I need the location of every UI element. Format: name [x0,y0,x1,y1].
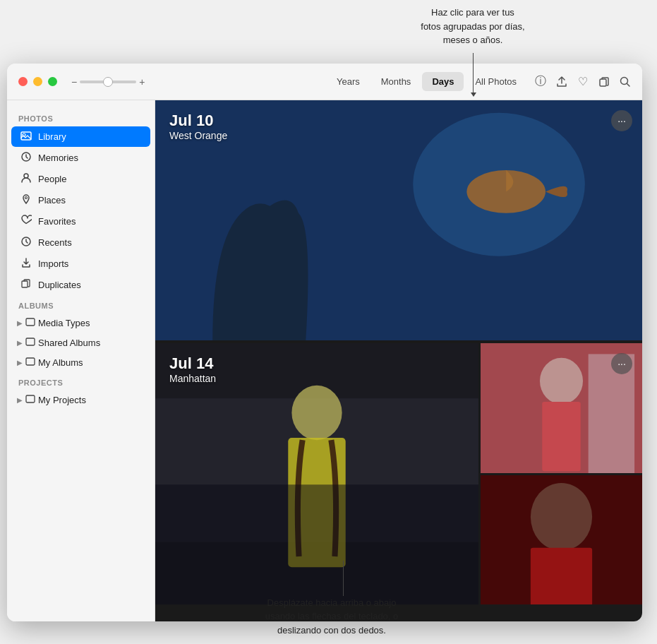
search-icon[interactable] [618,75,632,89]
imports-label: Imports [38,258,68,269]
my-projects-label: My Projects [38,395,86,405]
share-icon[interactable] [555,75,569,89]
callout-bottom-line [343,561,344,596]
maximize-button[interactable] [48,77,57,86]
zoom-slider[interactable] [80,80,136,83]
main-window: − + Years Months Days All Photos ⓘ ♡ [7,64,642,621]
minimize-button[interactable] [33,77,42,86]
photo-1[interactable] [155,100,642,340]
memories-icon [20,151,32,165]
svg-rect-30 [481,475,642,605]
callout-bottom-text: Desplázate hacia arriba o abajo usando l… [265,597,399,636]
svg-rect-10 [26,338,35,345]
zoom-area: − + [71,76,145,88]
sidebar-item-library[interactable]: Library [11,126,150,147]
chevron-shared-albums: ▶ [17,339,23,347]
sidebar-item-my-albums[interactable]: ▶ My Albums [11,353,150,372]
favorites-icon [20,215,32,228]
photo-stack-2 [481,343,642,604]
media-types-icon [25,317,35,329]
callout-line [473,53,474,95]
library-label: Library [38,131,66,142]
zoom-plus[interactable]: + [139,76,145,88]
shared-albums-label: Shared Albums [38,338,100,348]
library-icon [20,130,32,143]
close-button[interactable] [18,77,28,86]
tab-days[interactable]: Days [422,72,464,91]
sidebar-item-my-projects[interactable]: ▶ My Projects [11,390,150,410]
tab-years[interactable]: Years [327,72,370,91]
day-date-2: Jul 14 [169,354,216,373]
toolbar-icons: ⓘ ♡ [534,75,642,89]
my-projects-icon [25,394,35,406]
sidebar-section-photos: Photos [7,109,155,126]
my-albums-icon [25,357,35,369]
sidebar-item-memories[interactable]: Memories [11,148,150,168]
photo-grid-mixed-2 [155,343,642,604]
sidebar-item-imports[interactable]: Imports [11,254,150,274]
sidebar-item-people[interactable]: People [11,169,150,189]
memories-label: Memories [38,153,78,163]
sidebar-item-recents[interactable]: Recents [11,232,150,253]
zoom-minus[interactable]: − [71,76,77,88]
info-icon[interactable]: ⓘ [534,75,548,89]
tab-months[interactable]: Months [371,72,421,91]
media-types-label: Media Types [38,318,90,328]
svg-point-6 [25,197,28,199]
photo-small-2b[interactable] [481,475,642,605]
chevron-my-projects: ▶ [17,396,23,404]
sidebar-item-shared-albums[interactable]: ▶ Shared Albums [11,333,150,352]
heart-icon[interactable]: ♡ [576,75,590,89]
sidebar-item-favorites[interactable]: Favorites [11,211,150,232]
svg-rect-9 [26,318,35,326]
traffic-lights [7,77,57,86]
recents-icon [20,236,32,249]
svg-rect-16 [155,100,642,340]
photo-grid-single-1[interactable] [155,100,642,340]
tabs-container: Years Months Days All Photos [327,72,526,91]
callout-arrow [471,93,476,97]
my-albums-label: My Albums [38,357,83,368]
day-date-1: Jul 10 [169,112,227,130]
svg-point-5 [24,174,28,178]
day-header-2: Jul 14 Manhattan [169,354,216,384]
day-header-1: Jul 10 West Orange [169,112,227,141]
sidebar-item-duplicates[interactable]: Duplicates [11,275,150,295]
day-group-1: Jul 10 West Orange ··· [155,100,642,340]
sidebar: Photos Library M [7,100,155,621]
recents-label: Recents [38,237,72,248]
sidebar-item-media-types[interactable]: ▶ Media Types [11,314,150,333]
sidebar-section-albums: Albums [7,296,155,313]
chevron-my-albums: ▶ [17,359,23,366]
places-label: Places [38,195,66,205]
favorites-label: Favorites [38,216,76,227]
duplicates-label: Duplicates [38,280,81,290]
callout-bottom: Desplázate hacia arriba o abajo usando l… [219,596,445,638]
day-location-2: Manhattan [169,373,216,384]
tab-all-photos[interactable]: All Photos [465,72,526,91]
people-icon [20,172,32,186]
imports-icon [20,257,32,270]
sidebar-section-projects: Projects [7,373,155,390]
chevron-media-types: ▶ [17,319,23,327]
svg-rect-21 [155,484,478,604]
duplicate-icon[interactable] [597,75,611,89]
people-label: People [38,174,66,184]
more-button-2[interactable]: ··· [611,353,632,374]
callout-top-text: Haz clic para ver tus fotos agrupadas po… [421,7,524,45]
sidebar-item-places[interactable]: Places [11,190,150,210]
more-button-1[interactable]: ··· [611,110,632,131]
day-group-2: Jul 14 Manhattan ··· [155,343,642,604]
content-area: Photos Library M [7,100,642,621]
duplicates-icon [20,278,32,292]
svg-point-19 [291,386,342,440]
svg-rect-11 [26,358,35,365]
titlebar: − + Years Months Days All Photos ⓘ ♡ [7,64,642,100]
callout-top: Haz clic para ver tus fotos agrupadas po… [374,0,572,53]
shared-albums-icon [25,337,35,349]
svg-rect-0 [600,79,606,86]
day-location-1: West Orange [169,130,227,141]
photo-area[interactable]: Jul 10 West Orange ··· [155,100,642,621]
svg-rect-8 [22,281,28,287]
places-icon [20,193,32,207]
